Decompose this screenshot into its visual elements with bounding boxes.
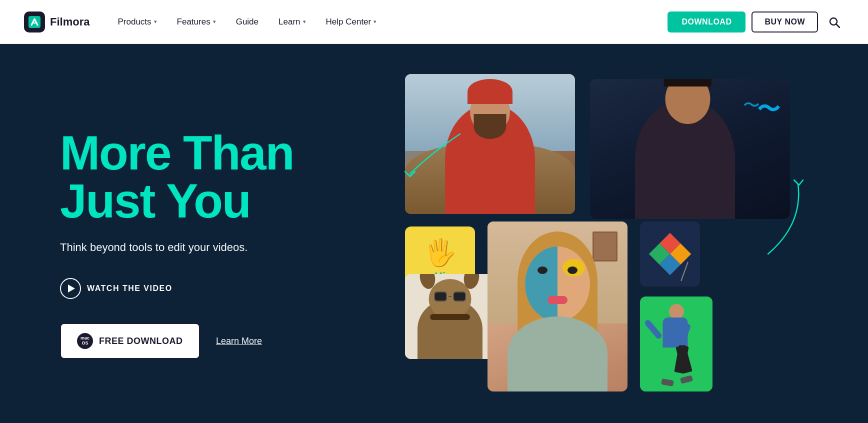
play-icon (60, 278, 81, 299)
hero-image-collage: 〜 〜 🖐️ Hi (380, 74, 828, 414)
svg-line-2 (836, 24, 840, 28)
hero-left: More Than Just You Think beyond tools to… (60, 129, 350, 359)
macos-text: macOS (80, 336, 90, 346)
image-card-dog (405, 274, 495, 359)
image-card-face-paint-woman (488, 222, 628, 392)
nav-learn-label: Learn (278, 17, 300, 27)
search-icon (828, 16, 840, 28)
macos-badge: macOS (77, 333, 93, 349)
nav-features[interactable]: Features ▾ (169, 13, 224, 31)
nav-links: Products ▾ Features ▾ Guide Learn ▾ Help… (110, 13, 668, 31)
watch-video-button[interactable]: WATCH THE VIDEO (60, 278, 172, 299)
nav-guide-label: Guide (236, 17, 258, 27)
chevron-down-icon: ▾ (303, 18, 306, 25)
nav-features-label: Features (177, 17, 210, 27)
logo-text: Filmora (50, 16, 90, 28)
image-card-green-screen-dancer (640, 296, 712, 392)
chevron-down-icon: ▾ (213, 18, 216, 25)
nav-help-center[interactable]: Help Center ▾ (318, 13, 385, 31)
play-triangle-icon (68, 284, 75, 292)
learn-more-link[interactable]: Learn More (216, 336, 262, 346)
hero-section: More Than Just You Think beyond tools to… (0, 44, 868, 423)
nav-actions: DOWNLOAD BUY NOW (668, 12, 844, 32)
navbar: Filmora Products ▾ Features ▾ Guide Lear… (0, 0, 868, 44)
nav-learn[interactable]: Learn ▾ (270, 13, 314, 31)
nav-guide[interactable]: Guide (228, 13, 266, 31)
logo-icon (24, 12, 45, 32)
svg-point-1 (830, 18, 837, 25)
chevron-down-icon: ▾ (374, 18, 376, 25)
search-button[interactable] (824, 12, 844, 32)
hero-subtitle: Think beyond tools to edit your videos. (60, 241, 350, 254)
download-button[interactable]: DOWNLOAD (668, 12, 746, 32)
logo-link[interactable]: Filmora (24, 12, 90, 32)
hero-bottom-actions: macOS FREE DOWNLOAD Learn More (60, 323, 350, 359)
buy-now-button[interactable]: BUY NOW (752, 12, 818, 32)
nav-products[interactable]: Products ▾ (110, 13, 164, 31)
svg-rect-0 (28, 16, 40, 28)
nav-help-label: Help Center (326, 17, 372, 27)
image-card-kite (640, 222, 700, 286)
hero-title: More Than Just You (60, 129, 350, 225)
nav-products-label: Products (118, 17, 151, 27)
decorative-arrow-1 (390, 124, 470, 186)
chevron-down-icon: ▾ (154, 18, 157, 25)
decorative-arrow-2 (758, 174, 808, 266)
watch-video-label: WATCH THE VIDEO (87, 284, 172, 293)
free-download-label: FREE DOWNLOAD (99, 336, 183, 346)
free-download-button[interactable]: macOS FREE DOWNLOAD (60, 323, 200, 359)
